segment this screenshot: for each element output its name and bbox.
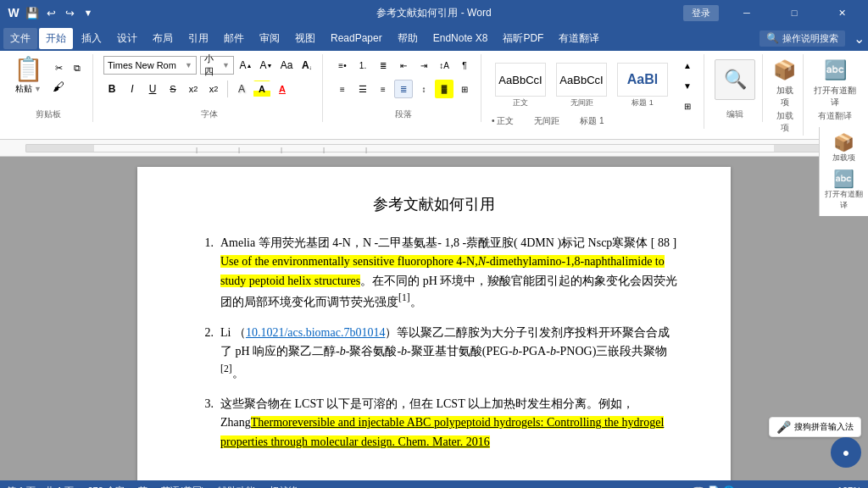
- strikethrough-button[interactable]: S: [164, 80, 181, 97]
- login-button[interactable]: 登录: [683, 5, 719, 21]
- find-button[interactable]: 🔍: [715, 59, 755, 100]
- style-heading1-label: 标题 1: [632, 97, 654, 108]
- font-color-button[interactable]: A: [274, 80, 291, 97]
- search-box[interactable]: 🔍 操作说明搜索: [760, 30, 845, 47]
- menu-design[interactable]: 设计: [110, 28, 144, 49]
- text-effect-button[interactable]: A: [233, 80, 250, 97]
- style-heading1[interactable]: AaBl 标题 1: [614, 61, 671, 110]
- highlight-text: Use of the environmentally sensitive flu…: [220, 255, 665, 286]
- copy-button[interactable]: ⧉: [69, 59, 86, 76]
- decrease-font-button[interactable]: A▼: [258, 57, 275, 74]
- subscript-button[interactable]: x2: [185, 80, 202, 97]
- bold-button[interactable]: B: [103, 80, 120, 97]
- style-h1-bottom-label: 标题 1: [580, 115, 604, 127]
- menu-mail[interactable]: 邮件: [217, 28, 251, 49]
- menu-view[interactable]: 视图: [288, 28, 322, 49]
- paste-chevron: ▼: [34, 85, 42, 93]
- customize-icon[interactable]: ▼: [81, 6, 95, 19]
- list-content: 这些聚合物在 LCST 以下是可溶的，但在 LCST 以上加热时发生相分离。例如…: [220, 395, 680, 452]
- doi-link[interactable]: 10.1021/acs.biomac.7b01014: [246, 326, 385, 339]
- menu-youdao[interactable]: 有道翻译: [552, 28, 606, 49]
- bullet-list-button[interactable]: ≡•: [333, 56, 352, 75]
- input-method-label: 搜狗拼音输入法: [794, 421, 854, 433]
- ribbon: 📋 粘贴 ▼ ✂ ⧉ 🖌 剪贴板: [0, 51, 868, 140]
- multilevel-list-button[interactable]: ≣: [374, 56, 392, 75]
- underline-button[interactable]: U: [144, 80, 161, 97]
- style-no-spacing[interactable]: AaBbCcI 无间距: [553, 61, 610, 110]
- menu-file[interactable]: 文件: [3, 28, 37, 49]
- menu-help[interactable]: 帮助: [391, 28, 425, 49]
- paste-button[interactable]: 📋 粘贴 ▼: [10, 56, 47, 97]
- statusbar-left: 第 1 页，共 1 页 270 个字 节 英语(美国) 辅助功能: 一切就绪: [7, 485, 298, 489]
- menu-readpaper[interactable]: ReadPaper: [324, 29, 389, 47]
- paste-label: 粘贴: [15, 83, 32, 95]
- font-size-selector[interactable]: 小四 ▼: [200, 56, 234, 75]
- clear-format-button[interactable]: Aa: [278, 57, 295, 74]
- styles-scroll-up[interactable]: ▲: [678, 56, 697, 75]
- change-case-button[interactable]: A↓: [298, 57, 315, 74]
- align-left-button[interactable]: ≡: [333, 80, 352, 98]
- undo-icon[interactable]: ↩: [44, 6, 58, 19]
- align-center-button[interactable]: ☰: [353, 80, 372, 98]
- style-normal[interactable]: AaBbCcI 正文: [492, 61, 549, 110]
- cut-button[interactable]: ✂: [50, 59, 67, 76]
- menu-endnote[interactable]: EndNote X8: [426, 29, 495, 47]
- view-btn-print[interactable]: 📄: [708, 485, 720, 489]
- language-indicator[interactable]: 英语(美国): [161, 485, 204, 489]
- input-method-panel: 🎤 搜狗拼音输入法: [769, 417, 861, 437]
- redo-icon[interactable]: ↪: [63, 6, 76, 19]
- menu-insert[interactable]: 插入: [75, 28, 108, 49]
- restore-button[interactable]: □: [775, 0, 814, 25]
- addins-icon[interactable]: 📦: [773, 59, 796, 81]
- menu-home[interactable]: 开始: [39, 28, 73, 49]
- list-item: 3. 这些聚合物在 LCST 以下是可溶的，但在 LCST 以上加热时发生相分离…: [188, 395, 680, 452]
- superscript-button[interactable]: x2: [205, 80, 222, 97]
- clipboard-group: 📋 粘贴 ▼ ✂ ⧉ 🖌 剪贴板: [7, 54, 93, 122]
- increase-indent-button[interactable]: ⇥: [415, 56, 433, 75]
- style-normal-label: 正文: [513, 97, 528, 108]
- translate-panel-button[interactable]: 🔤 打开有道翻译: [821, 169, 866, 211]
- ribbon-toggle[interactable]: ⌄: [854, 30, 865, 47]
- youdao-icon[interactable]: 🔤: [824, 59, 847, 81]
- minimize-button[interactable]: ─: [727, 0, 766, 25]
- menu-review[interactable]: 审阅: [253, 28, 287, 49]
- view-btn-web[interactable]: 🌐: [723, 485, 735, 489]
- document-page[interactable]: 参考文献如何引用 1. Amelia 等用荧光基团 4-N，N -二甲基氨基- …: [137, 167, 731, 480]
- align-right-button[interactable]: ≡: [374, 80, 392, 98]
- underline-highlight-text: Thermoreversible and injectable ABC poly…: [220, 416, 664, 447]
- increase-font-button[interactable]: A▲: [237, 57, 254, 74]
- format-painter-button[interactable]: 🖌: [50, 78, 67, 95]
- paragraph-group: ≡• 1. ≣ ⇤ ⇥ ↕A ¶ ≡ ☰ ≡ ≣ ↕ ▓ ⊞: [330, 54, 481, 122]
- font-name-selector[interactable]: Times New Rom ▼: [103, 56, 197, 75]
- number-list-button[interactable]: 1.: [353, 56, 372, 75]
- addins-panel-button[interactable]: 📦 加载项: [832, 132, 855, 164]
- border-button[interactable]: ⊞: [455, 80, 474, 98]
- highlight-button[interactable]: A: [253, 80, 270, 97]
- close-button[interactable]: ✕: [822, 0, 861, 25]
- youdao-group: 🔤 打开有道翻译 有道翻译: [810, 54, 863, 124]
- titlebar-right: 登录 ─ □ ✕: [683, 0, 861, 25]
- italic-button[interactable]: I: [124, 80, 141, 97]
- font-label: 字体: [103, 107, 315, 120]
- editing-label: 编辑: [715, 107, 755, 120]
- list-item: 2. Li （10.1021/acs.biomac.7b01014）等以聚乙二醇…: [188, 324, 680, 383]
- shading-button[interactable]: ▓: [435, 80, 453, 98]
- justify-button[interactable]: ≣: [394, 80, 413, 98]
- document-title: 参考文献如何引用 - Word: [376, 6, 491, 20]
- paragraph-mark-button[interactable]: ¶: [455, 56, 474, 75]
- accessibility-status: 辅助功能: 一切就绪: [218, 485, 298, 489]
- line-spacing-button[interactable]: ↕: [415, 80, 433, 98]
- sort-button[interactable]: ↕A: [435, 56, 453, 75]
- menu-references[interactable]: 引用: [181, 28, 215, 49]
- menu-layout[interactable]: 布局: [146, 28, 180, 49]
- view-btn-read[interactable]: 📖: [693, 485, 704, 489]
- section-indicator: 节: [138, 485, 147, 489]
- menu-foxit[interactable]: 福昕PDF: [496, 28, 550, 49]
- list-number: 1.: [188, 234, 214, 312]
- styles-scroll-down[interactable]: ▼: [678, 76, 697, 95]
- decrease-indent-button[interactable]: ⇤: [394, 56, 413, 75]
- save-icon[interactable]: 💾: [25, 6, 39, 19]
- addins-panel-label: 加载项: [832, 152, 855, 164]
- user-avatar[interactable]: ●: [831, 437, 861, 468]
- styles-more[interactable]: ⊞: [678, 97, 697, 115]
